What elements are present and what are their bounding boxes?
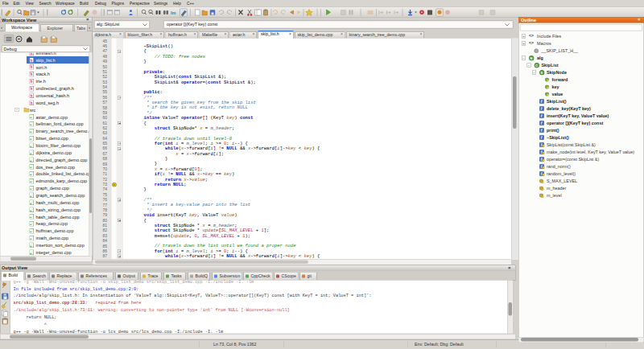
svg-text:h: h [31,65,33,69]
svg-text:C: C [535,64,538,68]
svg-text:h: h [31,101,33,105]
svg-text:S: S [541,71,543,75]
svg-text:h: h [31,94,33,98]
svg-text:h: h [31,87,33,91]
svg-text:N: N [530,56,533,60]
svg-text:h: h [31,58,33,62]
svg-text:lm: lm [171,10,176,15]
svg-text:h: h [31,53,33,55]
svg-text:h: h [31,80,33,84]
svg-text:h: h [31,72,33,76]
